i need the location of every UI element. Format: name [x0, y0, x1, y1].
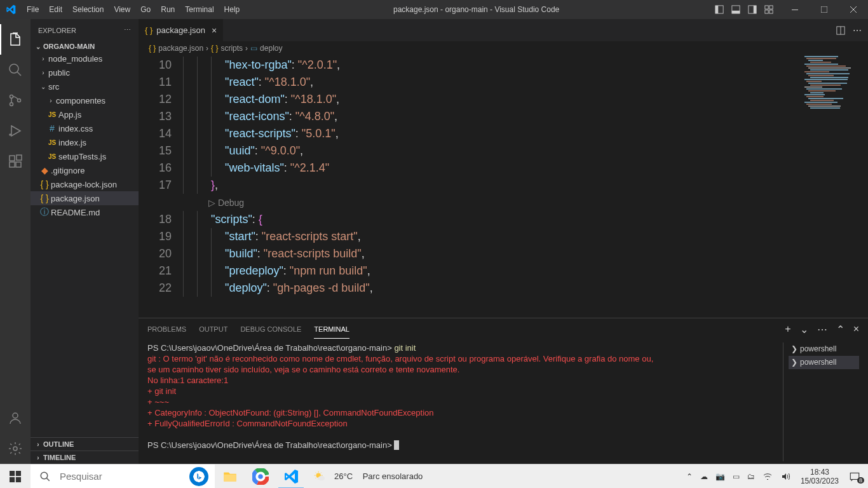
terminal-instance[interactable]: ❯powershell — [789, 342, 859, 356]
file-package-lock-json[interactable]: { }package-lock.json — [31, 177, 139, 191]
debug-codelens[interactable]: ▷ Debug — [183, 198, 244, 208]
chrome-app[interactable] — [245, 464, 276, 489]
system-tray: ⌃ ☁ 📷 ▭ 🗂 18:43 15/03/2023 8 — [679, 468, 868, 485]
volume-icon[interactable] — [778, 471, 793, 482]
folder-componentes[interactable]: ›componentes — [31, 93, 139, 107]
file--gitignore[interactable]: ◆.gitignore — [31, 163, 139, 177]
clock[interactable]: 18:43 15/03/2023 — [796, 468, 844, 485]
weather-widget[interactable]: 26°C Parc ensolarado — [306, 470, 429, 484]
breadcrumb-item[interactable]: package.json — [158, 44, 203, 53]
taskbar-search[interactable] — [31, 464, 215, 489]
json-icon: { } — [211, 44, 218, 53]
menu-view[interactable]: View — [109, 0, 135, 19]
menu-file[interactable]: File — [22, 0, 44, 19]
powershell-icon: ❯ — [791, 344, 797, 355]
file-explorer-app[interactable] — [215, 464, 245, 489]
svg-rect-31 — [16, 471, 21, 476]
chevron-icon: ⌄ — [38, 83, 48, 90]
file-package-json[interactable]: { }package.json — [31, 191, 139, 205]
new-terminal-icon[interactable]: + — [785, 323, 790, 336]
svg-point-22 — [13, 447, 17, 451]
tray-app-icon[interactable]: ▭ — [730, 472, 742, 481]
tab-package-json[interactable]: { } package.json × — [139, 19, 224, 41]
js-icon: JS — [46, 139, 58, 146]
search-icon[interactable] — [0, 55, 31, 85]
svg-point-13 — [10, 95, 13, 98]
vscode-app[interactable] — [276, 464, 306, 489]
run-debug-icon[interactable] — [0, 116, 31, 146]
editor-tabs: { } package.json × ⋯ — [139, 19, 868, 41]
layout-icon[interactable] — [714, 4, 724, 15]
folder-src[interactable]: ⌄src — [31, 79, 139, 93]
panel-tab-output[interactable]: OUTPUT — [199, 320, 227, 338]
more-icon[interactable]: ⋯ — [817, 323, 827, 336]
panel-tab-terminal[interactable]: TERMINAL — [314, 320, 349, 339]
menu-selection[interactable]: Selection — [67, 0, 109, 19]
meet-now-icon[interactable]: 📷 — [713, 472, 728, 481]
code-area[interactable]: "hex-to-rgba": "^2.0.1","react": "^18.1.… — [183, 55, 868, 318]
extensions-icon[interactable] — [0, 146, 31, 177]
layout-icon[interactable] — [731, 4, 741, 15]
terminal-prompt: PS C:\Users\joaov\OneDrive\Área de Traba… — [147, 440, 394, 450]
outline-section[interactable]: › OUTLINE — [31, 437, 139, 451]
close-panel-icon[interactable]: × — [853, 323, 859, 336]
editor-content[interactable]: 10111213141516171819202122 "hex-to-rgba"… — [139, 55, 868, 318]
timeline-section[interactable]: › TIMELINE — [31, 451, 139, 464]
minimap[interactable] — [802, 55, 859, 119]
wifi-icon[interactable] — [760, 471, 775, 482]
menu-terminal[interactable]: Terminal — [180, 0, 219, 19]
accounts-icon[interactable] — [0, 403, 31, 433]
layout-icon[interactable] — [764, 4, 774, 15]
start-button[interactable] — [0, 464, 31, 489]
menu-go[interactable]: Go — [135, 0, 156, 19]
close-button[interactable] — [839, 0, 868, 19]
chevron-up-icon[interactable]: ⌃ — [684, 472, 695, 481]
notifications-icon[interactable]: 8 — [846, 471, 863, 482]
menu-run[interactable]: Run — [156, 0, 180, 19]
activity-bar — [0, 19, 31, 464]
editor-area: { } package.json × ⋯ { } package.json › … — [139, 19, 868, 464]
terminal[interactable]: PS C:\Users\joaov\OneDrive\Área de Traba… — [139, 340, 868, 464]
svg-rect-9 — [770, 10, 773, 13]
chevron-down-icon[interactable]: ⌄ — [800, 323, 808, 336]
breadcrumb-item[interactable]: deploy — [260, 44, 282, 53]
chevron-icon: › — [38, 69, 48, 76]
file-README-md[interactable]: ⓘREADME.md — [31, 205, 139, 219]
search-input[interactable] — [60, 471, 206, 482]
file-index-js[interactable]: JSindex.js — [31, 135, 139, 149]
js-icon: JS — [46, 111, 58, 118]
close-icon[interactable]: × — [212, 25, 217, 36]
cursor — [394, 440, 399, 450]
chevron-right-icon: › — [33, 454, 43, 461]
panel-tab-debug-console[interactable]: DEBUG CONSOLE — [240, 320, 301, 338]
svg-rect-6 — [765, 6, 768, 9]
settings-icon[interactable] — [0, 433, 31, 464]
project-root[interactable]: ⌄ ORGANO-MAIN — [31, 41, 139, 51]
md-icon: ⓘ — [38, 207, 51, 218]
breadcrumb-item[interactable]: scripts — [220, 44, 243, 53]
battery-icon[interactable]: 🗂 — [745, 472, 757, 481]
split-editor-icon[interactable] — [836, 26, 845, 35]
more-icon[interactable]: ⋯ — [124, 26, 131, 34]
breadcrumbs[interactable]: { } package.json › { } scripts › ▭ deplo… — [139, 41, 868, 55]
layout-icon[interactable] — [747, 4, 757, 15]
terminal-instance[interactable]: ❯powershell — [789, 356, 859, 369]
folder-public[interactable]: ›public — [31, 65, 139, 79]
file-App-js[interactable]: JSApp.js — [31, 107, 139, 121]
menu-edit[interactable]: Edit — [44, 0, 67, 19]
more-icon[interactable]: ⋯ — [853, 25, 862, 36]
file-index-css[interactable]: #index.css — [31, 121, 139, 135]
maximize-button[interactable] — [810, 0, 839, 19]
folder-node_modules[interactable]: ›node_modules — [31, 51, 139, 65]
explorer-icon[interactable] — [0, 24, 31, 55]
svg-point-14 — [10, 103, 13, 106]
file-setupTests-js[interactable]: JSsetupTests.js — [31, 149, 139, 163]
bing-icon[interactable] — [189, 467, 208, 486]
panel-tab-problems[interactable]: PROBLEMS — [147, 320, 186, 338]
terminal-output[interactable]: PS C:\Users\joaov\OneDrive\Área de Traba… — [147, 342, 783, 461]
onedrive-icon[interactable]: ☁ — [698, 472, 710, 481]
minimize-button[interactable] — [780, 0, 810, 19]
maximize-panel-icon[interactable]: ⌃ — [836, 323, 844, 336]
source-control-icon[interactable] — [0, 85, 31, 116]
menu-help[interactable]: Help — [219, 0, 245, 19]
